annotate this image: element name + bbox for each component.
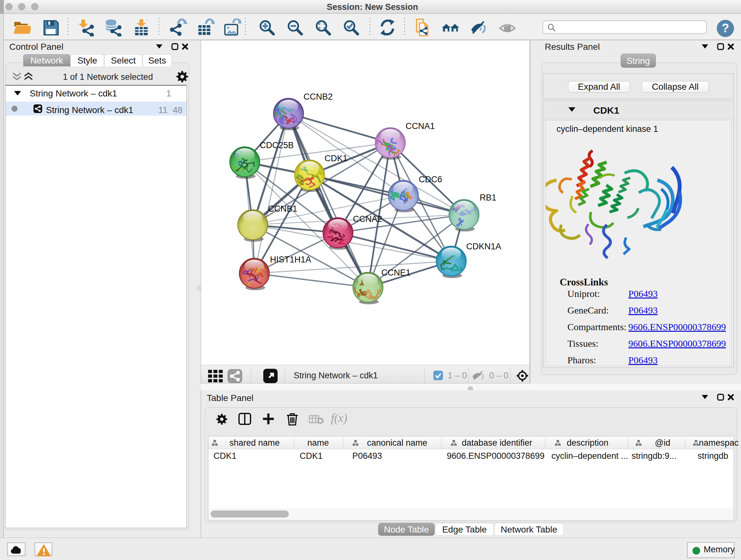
svg-text:CCNA1: CCNA1	[406, 121, 435, 131]
svg-text:CCNE1: CCNE1	[381, 268, 411, 277]
svg-text:CDKN1A: CDKN1A	[466, 242, 501, 251]
svg-text:RB1: RB1	[480, 193, 496, 202]
svg-text:?: ?	[722, 21, 729, 35]
svg-text:CDK1: CDK1	[325, 153, 347, 163]
svg-text:CCNA2: CCNA2	[353, 214, 382, 224]
svg-text:CCNB2: CCNB2	[304, 92, 333, 102]
svg-text:CDC6: CDC6	[419, 175, 442, 184]
svg-text:HIST1H1A: HIST1H1A	[270, 255, 311, 264]
svg-text:CCNB1: CCNB1	[268, 204, 297, 213]
svg-text:CDC25B: CDC25B	[260, 140, 294, 150]
